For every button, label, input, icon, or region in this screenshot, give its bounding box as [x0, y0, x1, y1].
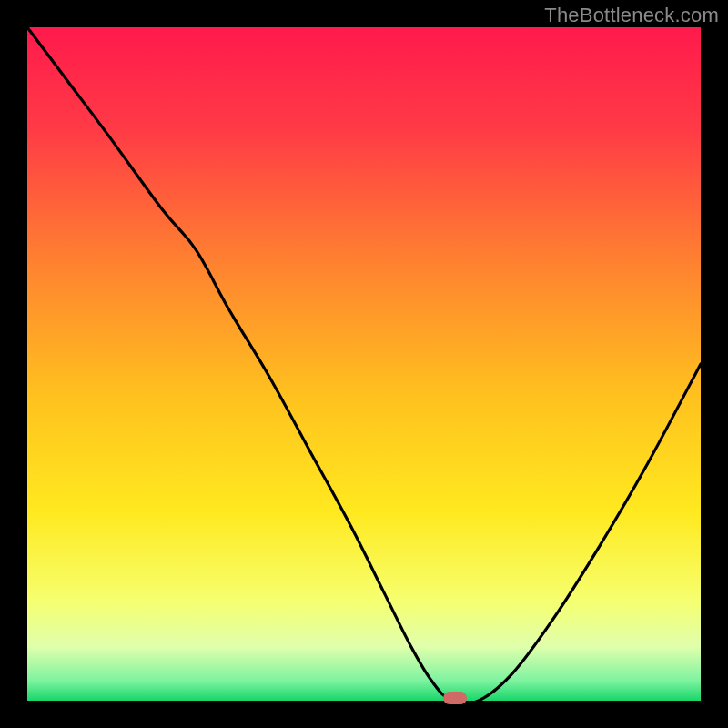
optimal-marker — [443, 692, 467, 704]
bottleneck-curve — [27, 27, 701, 701]
chart-frame: TheBottleneck.com — [0, 0, 728, 728]
plot-area — [27, 27, 701, 701]
watermark-text: TheBottleneck.com — [544, 4, 719, 27]
